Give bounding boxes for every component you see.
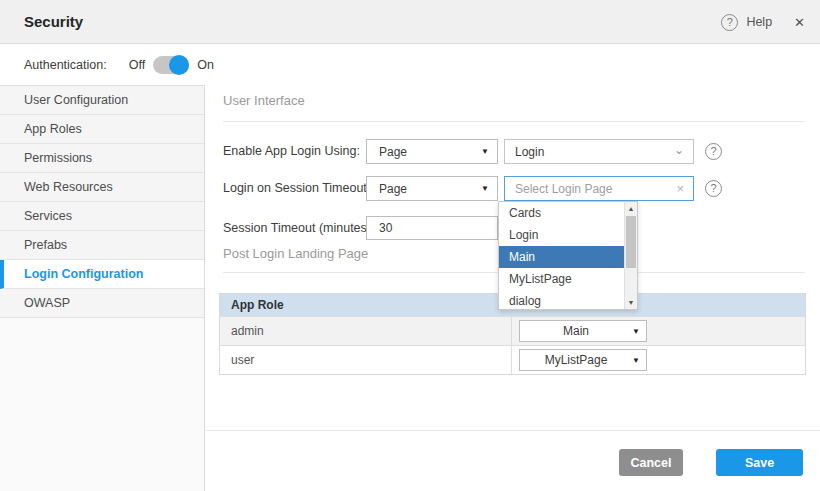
caret-down-icon: ▼ xyxy=(632,356,646,365)
select-value: Page xyxy=(367,145,481,159)
page-title: Security xyxy=(24,13,83,30)
sidebar-item-app-roles[interactable]: App Roles xyxy=(0,115,204,144)
section-title-user-interface: User Interface xyxy=(223,93,305,108)
login-page-input[interactable] xyxy=(505,145,674,159)
user-landing-page-select[interactable]: MyListPage ▼ xyxy=(519,349,647,371)
toggle-on-label: On xyxy=(197,58,214,72)
landing-page-cell: Main ▼ xyxy=(512,317,805,345)
login-session-timeout-row: Login on Session Timeout: Page ▼ × ? xyxy=(206,176,820,201)
sidebar-item-permissions[interactable]: Permissions xyxy=(0,144,204,173)
login-page-dropdown: Cards Login Main MyListPage dialog ▲ ▼ xyxy=(498,201,638,310)
role-cell: user xyxy=(220,346,512,374)
help-circle-icon[interactable]: ? xyxy=(705,143,722,160)
dropdown-option-main[interactable]: Main xyxy=(499,246,624,268)
login-session-timeout-label: Login on Session Timeout: xyxy=(223,176,370,201)
section-title-post-login: Post Login Landing Page xyxy=(223,246,368,261)
dropdown-option-dialog[interactable]: dialog xyxy=(499,290,624,310)
enable-login-page-combobox[interactable]: ⌄ xyxy=(504,139,694,164)
sidebar-item-web-resources[interactable]: Web Resources xyxy=(0,173,204,202)
table-row-user: user MyListPage ▼ xyxy=(220,345,805,374)
timeout-login-type-select[interactable]: Page ▼ xyxy=(366,176,498,201)
dropdown-option-cards[interactable]: Cards xyxy=(499,202,624,224)
admin-landing-page-select[interactable]: Main ▼ xyxy=(519,320,647,342)
sidebar-item-services[interactable]: Services xyxy=(0,202,204,231)
dropdown-option-login[interactable]: Login xyxy=(499,224,624,246)
enable-app-login-row: Enable App Login Using: Page ▼ ⌄ ? xyxy=(206,139,820,164)
security-dialog: Security ? Help ✕ Authentication: Off On… xyxy=(0,0,820,491)
caret-down-icon: ▼ xyxy=(481,147,497,156)
cancel-button[interactable]: Cancel xyxy=(619,449,683,476)
toggle-off-label: Off xyxy=(129,58,145,72)
sidebar-item-owasp[interactable]: OWASP xyxy=(0,289,204,318)
toggle-knob xyxy=(169,55,189,75)
scrollbar-thumb[interactable] xyxy=(626,216,636,268)
sidebar-item-login-configuration[interactable]: Login Configuration xyxy=(0,260,204,289)
timeout-login-page-combobox[interactable]: × xyxy=(504,176,694,201)
session-timeout-input[interactable] xyxy=(366,216,498,240)
save-button[interactable]: Save xyxy=(716,449,803,476)
select-login-page-input[interactable] xyxy=(505,182,676,196)
help-link[interactable]: Help xyxy=(746,15,772,29)
select-value: Main xyxy=(520,324,632,338)
section-divider xyxy=(223,121,805,122)
help-icon[interactable]: ? xyxy=(721,14,738,31)
authentication-row: Authentication: Off On xyxy=(0,44,820,85)
dropdown-scrollbar[interactable]: ▲ ▼ xyxy=(624,202,637,309)
role-cell: admin xyxy=(220,317,512,345)
login-configuration-panel: User Interface Enable App Login Using: P… xyxy=(206,85,820,491)
session-timeout-label: Session Timeout (minutes): xyxy=(223,216,374,241)
chevron-down-icon[interactable]: ⌄ xyxy=(674,143,693,161)
scroll-down-icon[interactable]: ▼ xyxy=(625,299,637,306)
caret-down-icon: ▼ xyxy=(481,184,497,193)
titlebar: Security ? Help ✕ xyxy=(0,0,820,44)
authentication-toggle[interactable] xyxy=(153,56,189,74)
enable-login-type-select[interactable]: Page ▼ xyxy=(366,139,498,164)
caret-down-icon: ▼ xyxy=(632,327,646,336)
select-value: Page xyxy=(367,182,481,196)
footer-actions: Cancel Save xyxy=(619,449,803,476)
footer-divider xyxy=(206,430,820,431)
landing-page-cell: MyListPage ▼ xyxy=(512,346,805,374)
dropdown-option-mylistpage[interactable]: MyListPage xyxy=(499,268,624,290)
authentication-label: Authentication: xyxy=(24,58,107,72)
sidebar-item-prefabs[interactable]: Prefabs xyxy=(0,231,204,260)
table-row-admin: admin Main ▼ xyxy=(220,316,805,345)
enable-app-login-label: Enable App Login Using: xyxy=(223,139,360,164)
sidebar: User Configuration App Roles Permissions… xyxy=(0,85,205,491)
sidebar-item-user-configuration[interactable]: User Configuration xyxy=(0,86,204,115)
titlebar-actions: ? Help ✕ xyxy=(721,0,805,44)
scroll-up-icon[interactable]: ▲ xyxy=(625,205,637,212)
close-icon[interactable]: ✕ xyxy=(794,15,805,30)
select-value: MyListPage xyxy=(520,353,632,367)
clear-icon[interactable]: × xyxy=(676,181,693,196)
help-circle-icon[interactable]: ? xyxy=(705,180,722,197)
